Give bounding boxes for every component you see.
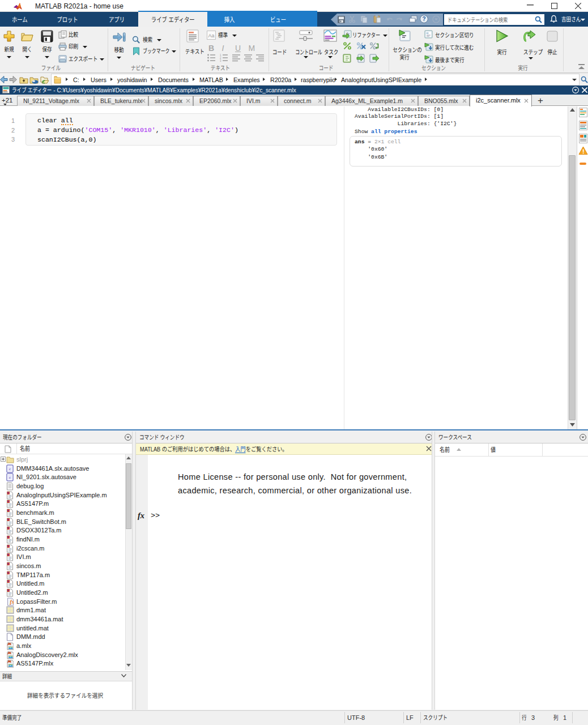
svg-text:c: c <box>9 467 11 471</box>
svg-text:c: c <box>9 475 11 480</box>
svg-text:Aa: Aa <box>208 33 214 39</box>
svg-text:fx: fx <box>10 599 14 604</box>
svg-text:3: 3 <box>220 59 221 62</box>
svg-text:?: ? <box>422 16 425 22</box>
